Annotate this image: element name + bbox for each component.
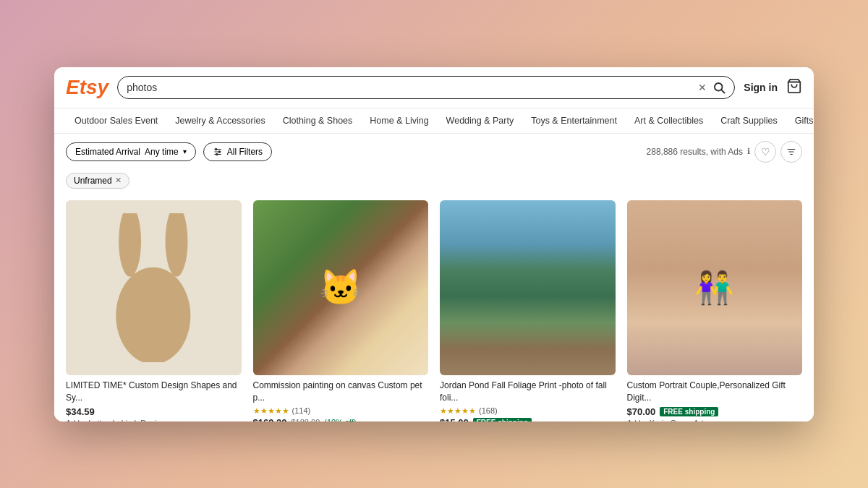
product-image-4 bbox=[627, 200, 803, 376]
product-image-1 bbox=[66, 200, 242, 376]
wishlist-icon[interactable]: ♡ bbox=[754, 141, 776, 163]
nav-item-home[interactable]: Home & Living bbox=[361, 108, 437, 133]
nav-item-clothing[interactable]: Clothing & Shoes bbox=[274, 108, 362, 133]
product-price-row-1: $34.59 bbox=[66, 406, 242, 417]
sort-icon[interactable] bbox=[780, 141, 802, 163]
clear-icon[interactable]: ✕ bbox=[698, 82, 707, 93]
bunny-illustration bbox=[96, 213, 210, 362]
product-info-3: Jordan Pond Fall Foliage Print -photo of… bbox=[440, 375, 616, 421]
product-price-3: $15.00 bbox=[440, 417, 469, 421]
products-area: LIMITED TIME* Custom Design Shapes and S… bbox=[54, 194, 814, 421]
product-title-4: Custom Portrait Couple,Personalized Gift… bbox=[627, 380, 803, 404]
product-title-1: LIMITED TIME* Custom Design Shapes and S… bbox=[66, 380, 242, 404]
product-title-2: Commission painting on canvas Custom pet… bbox=[253, 380, 429, 404]
product-card-1[interactable]: LIMITED TIME* Custom Design Shapes and S… bbox=[66, 200, 242, 421]
active-filters: Unframed ✕ bbox=[54, 170, 814, 194]
svg-point-8 bbox=[216, 153, 217, 155]
all-filters-button[interactable]: All Filters bbox=[203, 142, 272, 161]
product-price-row-2: $169.20 $188.00 (10% off) bbox=[253, 417, 429, 421]
product-card-2[interactable]: Commission painting on canvas Custom pet… bbox=[253, 200, 429, 421]
search-bar: ✕ bbox=[117, 76, 735, 99]
product-review-count-3: (168) bbox=[479, 406, 498, 415]
unframed-filter-tag[interactable]: Unframed ✕ bbox=[66, 173, 129, 189]
product-card-4[interactable]: Custom Portrait Couple,Personalized Gift… bbox=[627, 200, 803, 421]
header: Etsy ✕ Sign in bbox=[54, 67, 814, 108]
search-input[interactable] bbox=[127, 82, 692, 93]
product-original-price-2: $188.00 bbox=[292, 418, 320, 421]
remove-unframed-icon[interactable]: ✕ bbox=[115, 176, 122, 185]
product-info-4: Custom Portrait Couple,Personalized Gift… bbox=[627, 375, 803, 421]
svg-point-14 bbox=[116, 267, 191, 361]
browser-window: Etsy ✕ Sign in Outdoor Sales Event Jewel… bbox=[54, 67, 814, 421]
unframed-tag-label: Unframed bbox=[74, 176, 112, 186]
product-card-3[interactable]: Jordan Pond Fall Foliage Print -photo of… bbox=[440, 200, 616, 421]
products-grid: LIMITED TIME* Custom Design Shapes and S… bbox=[66, 200, 802, 421]
all-filters-label: All Filters bbox=[227, 147, 263, 157]
product-review-count-2: (114) bbox=[292, 406, 311, 415]
svg-point-6 bbox=[215, 148, 216, 150]
arrival-label: Estimated Arrival bbox=[75, 147, 140, 157]
portrait-photo bbox=[627, 200, 803, 376]
cat-painting bbox=[253, 200, 429, 376]
arrival-caret-icon: ▾ bbox=[183, 147, 187, 155]
nav-item-wedding[interactable]: Wedding & Party bbox=[438, 108, 523, 133]
product-price-4: $70.00 bbox=[627, 406, 656, 417]
cart-icon[interactable] bbox=[786, 78, 802, 97]
product-info-2: Commission painting on canvas Custom pet… bbox=[253, 375, 429, 421]
search-icon[interactable] bbox=[712, 81, 726, 94]
nav-item-toys[interactable]: Toys & Entertainment bbox=[522, 108, 626, 133]
product-price-row-3: $15.00 FREE shipping bbox=[440, 417, 616, 421]
product-stars-3: ★★★★★ bbox=[440, 406, 476, 416]
nav-item-craft[interactable]: Craft Supplies bbox=[712, 108, 786, 133]
landscape-photo bbox=[440, 200, 616, 376]
results-count: 288,886 results, with Ads ℹ ♡ bbox=[647, 141, 802, 163]
header-actions: Sign in bbox=[744, 78, 802, 97]
svg-point-13 bbox=[166, 213, 188, 277]
product-price-2: $169.20 bbox=[253, 417, 287, 421]
sign-in-button[interactable]: Sign in bbox=[744, 82, 778, 93]
estimated-arrival-filter[interactable]: Estimated Arrival Any time ▾ bbox=[66, 142, 196, 161]
svg-line-1 bbox=[722, 90, 725, 93]
sliders-icon bbox=[213, 147, 223, 157]
product-image-3 bbox=[440, 200, 616, 376]
product-seller-1: Ad by LettersbyLindaDesign bbox=[66, 419, 242, 421]
nav-item-gifts[interactable]: Gifts & Gift Cards bbox=[786, 108, 814, 133]
arrival-value: Any time bbox=[145, 147, 179, 157]
results-text: 288,886 results, with Ads bbox=[647, 147, 743, 157]
product-title-3: Jordan Pond Fall Foliage Print -photo of… bbox=[440, 380, 616, 404]
product-discount-2: (10% off) bbox=[324, 418, 356, 421]
product-price-1: $34.59 bbox=[66, 406, 95, 417]
free-shipping-badge-4: FREE shipping bbox=[660, 407, 718, 416]
nav-item-jewelry[interactable]: Jewelry & Accessories bbox=[166, 108, 273, 133]
filters-bar: Estimated Arrival Any time ▾ All Filters… bbox=[54, 134, 814, 170]
svg-point-7 bbox=[218, 150, 220, 152]
nav-bar: Outdoor Sales Event Jewelry & Accessorie… bbox=[54, 108, 814, 134]
product-stars-2: ★★★★★ bbox=[253, 406, 289, 416]
product-image-2 bbox=[253, 200, 429, 376]
product-price-row-4: $70.00 FREE shipping bbox=[627, 406, 803, 417]
nav-item-art[interactable]: Art & Collectibles bbox=[626, 108, 712, 133]
free-shipping-badge-3: FREE shipping bbox=[473, 418, 532, 421]
info-icon[interactable]: ℹ bbox=[747, 147, 750, 156]
svg-point-12 bbox=[119, 213, 142, 277]
etsy-logo[interactable]: Etsy bbox=[66, 76, 109, 99]
product-seller-4: Ad by KerimGunayArt bbox=[627, 419, 803, 421]
product-info-1: LIMITED TIME* Custom Design Shapes and S… bbox=[66, 375, 242, 421]
nav-item-outdoor[interactable]: Outdoor Sales Event bbox=[66, 108, 166, 133]
